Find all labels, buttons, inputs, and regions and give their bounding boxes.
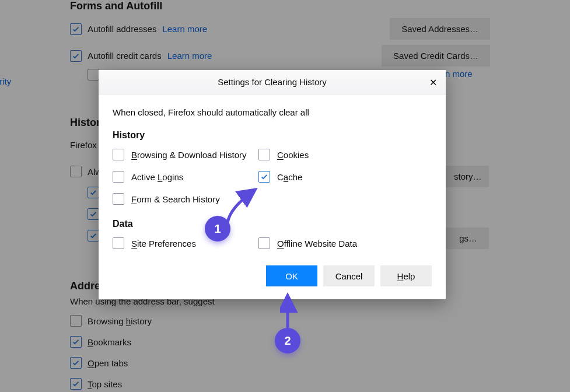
dialog-header: Settings for Clearing History ✕ bbox=[99, 70, 446, 94]
annotation-badge-1: 1 bbox=[205, 216, 230, 242]
dialog-section-history: History bbox=[113, 130, 432, 141]
option-cache[interactable]: Cache bbox=[258, 171, 432, 183]
label-cookies: Cookies bbox=[277, 150, 309, 160]
help-button[interactable]: Help bbox=[380, 265, 432, 286]
label-cache: Cache bbox=[277, 172, 302, 182]
close-icon: ✕ bbox=[429, 77, 437, 88]
dialog-close-button[interactable]: ✕ bbox=[424, 73, 442, 92]
help-underline: H bbox=[397, 271, 404, 281]
annotation-badge-2: 2 bbox=[275, 328, 300, 354]
option-site-preferences[interactable]: Site Preferences bbox=[113, 237, 258, 249]
checkbox-offline[interactable] bbox=[258, 237, 270, 249]
data-options-grid: Site Preferences Offline Website Data bbox=[113, 237, 432, 249]
dialog-button-row: OK Cancel Help bbox=[99, 263, 446, 299]
dialog-title: Settings for Clearing History bbox=[218, 77, 327, 87]
label-browsing: Browsing & Download History bbox=[131, 150, 247, 160]
help-rest: elp bbox=[403, 271, 415, 281]
dialog-intro-text: When closed, Firefox should automaticall… bbox=[113, 107, 432, 117]
label-siteprefs: Site Preferences bbox=[131, 239, 196, 249]
history-options-grid: Browsing & Download History Cookies Acti… bbox=[113, 149, 432, 205]
label-offline: Offline Website Data bbox=[277, 239, 357, 249]
option-offline-data[interactable]: Offline Website Data bbox=[258, 237, 432, 249]
option-form-search-history[interactable]: Form & Search History bbox=[113, 193, 258, 205]
option-browsing-history[interactable]: Browsing & Download History bbox=[113, 149, 258, 160]
checkbox-siteprefs[interactable] bbox=[113, 237, 124, 249]
checkbox-cookies[interactable] bbox=[258, 149, 270, 160]
checkbox-formhist[interactable] bbox=[113, 193, 124, 205]
clear-history-dialog: Settings for Clearing History ✕ When clo… bbox=[99, 70, 446, 299]
checkbox-browsing[interactable] bbox=[113, 149, 124, 160]
label-formhist: Form & Search History bbox=[131, 194, 220, 204]
checkbox-logins[interactable] bbox=[113, 171, 124, 183]
checkbox-cache[interactable] bbox=[258, 171, 270, 183]
label-logins: Active Logins bbox=[131, 172, 183, 182]
option-cookies[interactable]: Cookies bbox=[258, 149, 432, 160]
ok-button[interactable]: OK bbox=[266, 265, 317, 286]
cancel-button[interactable]: Cancel bbox=[323, 265, 375, 286]
option-active-logins[interactable]: Active Logins bbox=[113, 171, 258, 183]
dialog-section-data: Data bbox=[113, 219, 432, 229]
